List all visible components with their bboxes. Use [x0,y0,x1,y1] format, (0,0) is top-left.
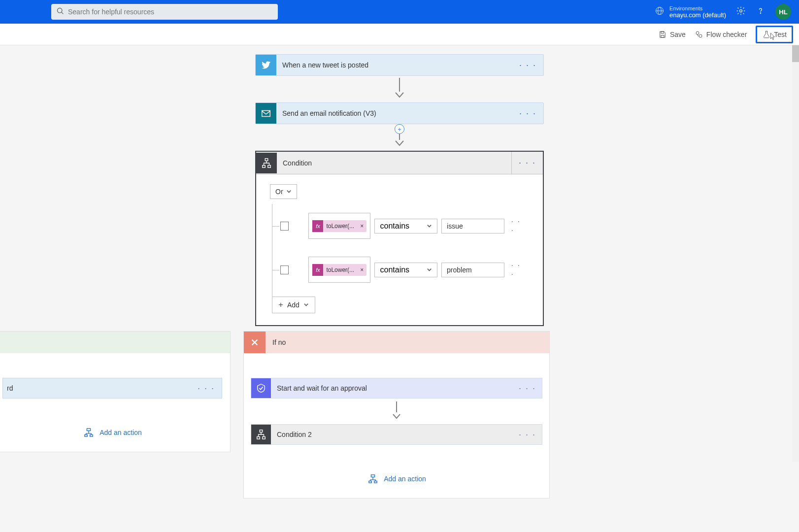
rule-operator-select[interactable]: contains [374,219,437,233]
chevron-down-icon [427,266,432,274]
group-operator-label: Or [275,188,283,196]
svg-rect-8 [661,35,664,37]
svg-line-1 [62,12,63,14]
email-menu[interactable]: · · · [512,108,543,119]
svg-rect-19 [257,437,260,439]
add-rule-label: Add [287,301,300,309]
rule-operator-label: contains [380,222,409,231]
condition-header[interactable]: Condition · · · [256,152,543,174]
condition-branches: rd · · · Add an action If no [0,326,799,499]
header-right: Environments enayu.com (default) HL [655,4,791,20]
svg-rect-12 [265,158,268,161]
group-operator-button[interactable]: Or [270,184,297,199]
connector: + [0,126,799,149]
connector [0,78,799,100]
avatar[interactable]: HL [775,4,791,20]
toolbar: Save Flow checker Test [0,24,799,45]
rule-value-field[interactable] [441,219,504,233]
cursor-pointer-icon [768,32,777,43]
search-input[interactable] [68,8,273,16]
help-icon[interactable] [756,6,766,18]
flow-checker-label: Flow checker [706,31,747,38]
yes-card-menu[interactable]: · · · [191,383,222,394]
search-box[interactable] [51,4,278,20]
email-card[interactable]: Send an email notification (V3) · · · [255,102,544,124]
svg-rect-16 [85,435,87,437]
plus-icon: + [278,300,283,310]
svg-point-6 [760,13,761,13]
rule-menu[interactable]: · · · [508,217,529,235]
condition2-card[interactable]: Condition 2 · · · [251,424,542,445]
add-action-label: Add an action [100,429,142,436]
chevron-down-icon [427,222,432,231]
condition2-title: Condition 2 [271,431,513,438]
remove-expression-button[interactable]: × [357,266,366,273]
search-icon [56,7,64,17]
condition-icon [251,425,271,444]
svg-point-9 [696,32,699,34]
expression-text: toLower(... [323,223,357,230]
add-step-button[interactable]: + [395,124,404,134]
svg-rect-7 [661,32,664,33]
if-no-title: If no [266,338,293,346]
rule-operator-select[interactable]: contains [374,263,437,277]
rule-operator-label: contains [380,266,409,274]
rule-checkbox[interactable] [280,266,289,274]
svg-rect-22 [369,481,371,483]
condition2-menu[interactable]: · · · [513,430,542,440]
condition-icon [256,153,277,173]
rule-expression-field[interactable]: fx toLower(... × [308,257,370,283]
yes-card-title: rd [3,384,191,392]
approval-title: Start and wait for an approval [271,384,513,392]
scroll-thumb[interactable] [792,45,799,62]
if-no-branch: If no Start and wait for an approval · ·… [243,331,550,499]
scrollbar[interactable] [792,45,799,462]
svg-rect-21 [371,475,375,477]
settings-icon[interactable] [736,6,746,18]
rule-menu[interactable]: · · · [508,261,529,279]
rule-value-field[interactable] [441,263,504,277]
svg-point-0 [57,8,62,13]
rule-expression-field[interactable]: fx toLower(... × [308,213,370,239]
rule-row: fx toLower(... × contains · · · [280,248,529,292]
chevron-down-icon [303,301,309,309]
expression-text: toLower(... [323,266,357,273]
add-action-button[interactable]: Add an action [367,474,426,483]
svg-point-10 [699,34,702,37]
svg-rect-17 [90,435,93,437]
test-button[interactable]: Test [756,26,793,43]
environment-icon [655,6,665,18]
env-name: enayu.com (default) [669,11,726,19]
trigger-menu[interactable]: · · · [512,60,543,70]
add-action-label: Add an action [384,475,426,483]
save-button[interactable]: Save [658,30,686,39]
if-yes-header [0,332,230,353]
if-yes-branch: rd · · · Add an action [0,331,231,452]
fx-icon: fx [312,220,323,232]
email-title: Send an email notification (V3) [276,109,512,117]
remove-expression-button[interactable]: × [357,223,366,230]
add-action-button[interactable]: Add an action [83,428,142,437]
expression-pill[interactable]: fx toLower(... × [312,220,366,232]
twitter-icon [256,55,276,75]
trigger-card[interactable]: When a new tweet is posted · · · [255,54,544,76]
approval-menu[interactable]: · · · [513,383,542,394]
flow-checker-button[interactable]: Flow checker [695,30,747,39]
environment-picker[interactable]: Environments enayu.com (default) [655,5,726,19]
svg-rect-20 [263,437,266,439]
connector [393,401,400,421]
x-icon [244,332,266,353]
add-rule-button[interactable]: + Add [272,297,315,313]
mail-icon [256,103,276,124]
svg-rect-13 [263,165,266,167]
rule-value-input[interactable] [447,222,499,230]
rule-checkbox[interactable] [280,222,289,231]
svg-rect-18 [260,430,263,432]
expression-pill[interactable]: fx toLower(... × [312,264,366,276]
condition-menu[interactable]: · · · [511,152,543,174]
approval-card[interactable]: Start and wait for an approval · · · [251,378,542,399]
condition-title: Condition [277,159,511,167]
rule-value-input[interactable] [447,266,499,274]
svg-point-5 [740,10,742,12]
yes-inner-card[interactable]: rd · · · [2,378,222,399]
